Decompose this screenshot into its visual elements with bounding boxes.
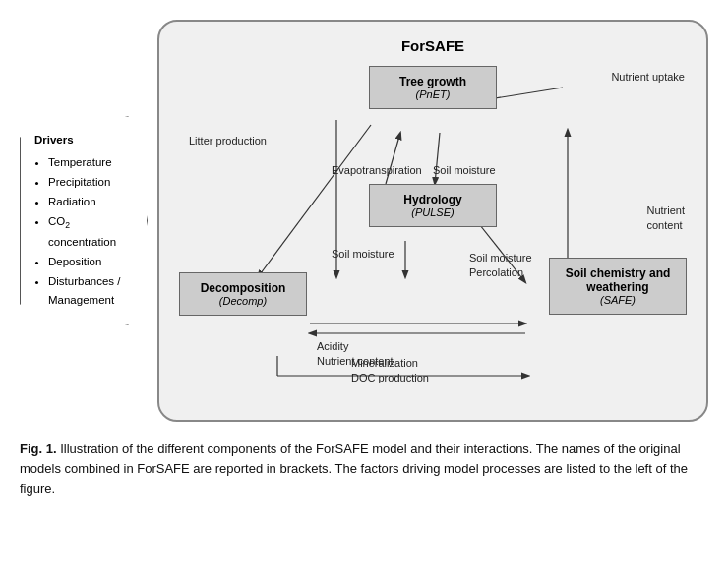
driver-radiation: Radiation bbox=[48, 193, 137, 211]
litter-production-label: Litter production bbox=[189, 135, 267, 147]
figure-container: Drivers Temperature Precipitation Radiat… bbox=[20, 20, 708, 499]
figure-caption: Fig. 1. Illustration of the different co… bbox=[20, 440, 708, 499]
caption-text: Illustration of the different components… bbox=[20, 441, 688, 496]
driver-co2: CO2 concentration bbox=[48, 212, 137, 251]
decomposition-box: Decomposition (Decomp) bbox=[179, 272, 307, 316]
forsafe-box: ForSAFE bbox=[157, 20, 708, 422]
diagram-area: Drivers Temperature Precipitation Radiat… bbox=[20, 20, 708, 422]
hydrology-box: Hydrology (PULSE) bbox=[369, 184, 497, 227]
driver-deposition: Deposition bbox=[48, 253, 137, 271]
decomposition-name: Decomposition bbox=[190, 281, 296, 295]
drivers-box: Drivers Temperature Precipitation Radiat… bbox=[20, 116, 148, 324]
decomposition-sub: (Decomp) bbox=[190, 295, 296, 307]
inner-diagram: Tree growth (PnET) Hydrology (PULSE) Dec… bbox=[179, 66, 687, 400]
driver-disturbances: Disturbances /Management bbox=[48, 272, 137, 310]
tree-growth-box: Tree growth (PnET) bbox=[369, 66, 497, 109]
nutrient-uptake-label: Nutrient uptake bbox=[611, 71, 685, 83]
evapotranspiration-label: Evapotranspiration bbox=[332, 164, 422, 176]
arrows-svg bbox=[179, 66, 687, 400]
driver-temperature: Temperature bbox=[48, 153, 137, 172]
hydrology-name: Hydrology bbox=[380, 193, 486, 206]
soil-chemistry-box: Soil chemistry and weathering (SAFE) bbox=[549, 258, 687, 315]
forsafe-title: ForSAFE bbox=[179, 37, 687, 54]
drivers-title: Drivers bbox=[34, 131, 137, 149]
mineralization-label: MineralizationDOC production bbox=[351, 356, 429, 386]
drivers-list: Temperature Precipitation Radiation CO2 … bbox=[34, 153, 137, 309]
svg-line-3 bbox=[386, 133, 400, 184]
tree-growth-name: Tree growth bbox=[380, 75, 486, 88]
soil-chemistry-sub: (SAFE) bbox=[560, 294, 676, 306]
nutrient-content-label: Nutrientcontent bbox=[646, 204, 685, 234]
soil-moisture-bottom-label: Soil moisture bbox=[332, 248, 394, 260]
soil-moisture-percolation-label: Soil moisturePercolation bbox=[469, 251, 532, 281]
svg-line-4 bbox=[435, 133, 440, 184]
driver-precipitation: Precipitation bbox=[48, 173, 137, 192]
fig-label: Fig. 1. bbox=[20, 441, 57, 456]
soil-chemistry-name: Soil chemistry and weathering bbox=[560, 266, 676, 294]
soil-moisture-top-label: Soil moisture bbox=[433, 164, 496, 176]
tree-growth-sub: (PnET) bbox=[380, 88, 486, 100]
hydrology-sub: (PULSE) bbox=[380, 206, 486, 218]
